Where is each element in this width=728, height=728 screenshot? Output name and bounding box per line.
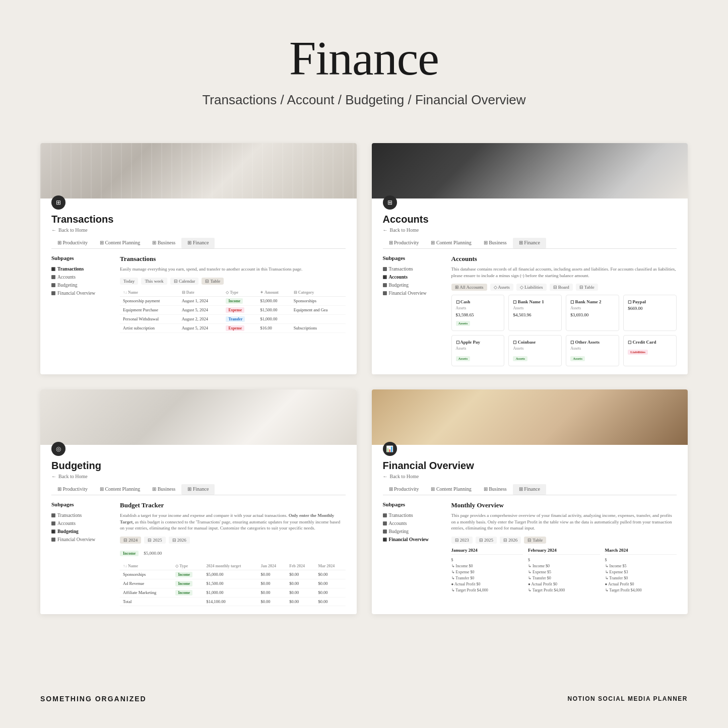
sidebar-financial-acc[interactable]: ⊞ Financial Overview bbox=[383, 289, 443, 297]
budgeting-icon: ◎ bbox=[51, 442, 65, 456]
month-row: ↳ Expense $0 bbox=[451, 569, 523, 575]
filter-table[interactable]: ⊟ Table bbox=[202, 278, 224, 285]
sidebar-budgeting[interactable]: ⊞ Budgeting bbox=[51, 281, 112, 289]
filter-2025[interactable]: ⊟ 2025 bbox=[144, 537, 165, 544]
filter-board[interactable]: ⊟ Board bbox=[550, 284, 573, 291]
bud-cell-type bbox=[172, 597, 203, 606]
account-card: ◻ Other Assets Assets Assets bbox=[566, 335, 619, 366]
sidebar-budgeting-acc[interactable]: ⊞ Budgeting bbox=[383, 281, 443, 289]
accounts-filters: ⊞ All Accounts ◇ Assets ◇ Liabilities ⊟ … bbox=[451, 284, 677, 291]
cell-type: Income bbox=[223, 296, 257, 305]
cell-category: Subscriptions bbox=[291, 323, 346, 333]
footer-brand: SOMETHING ORGANIZED bbox=[40, 695, 147, 703]
month-row: $ bbox=[605, 557, 677, 563]
filter-table-fin[interactable]: ⊟ Table bbox=[524, 537, 546, 544]
sidebar-financial-fin[interactable]: ⊞ Financial Overview bbox=[383, 536, 443, 544]
card-budgeting: ◎ Budgeting ← Back to Home ⊞ Productivit… bbox=[40, 389, 357, 614]
financial-back[interactable]: ← Back to Home bbox=[383, 474, 677, 479]
bud-cell-feb: $0.00 bbox=[286, 570, 315, 579]
account-name: ◻ Apple Pay bbox=[456, 340, 500, 345]
nav-finance-bud[interactable]: ⊞ Finance bbox=[181, 484, 215, 495]
nav-content[interactable]: ⊞ Content Planning bbox=[94, 238, 146, 248]
sidebar-accounts-fin[interactable]: ⊞ Accounts bbox=[383, 519, 443, 527]
account-type: Assets bbox=[513, 346, 557, 351]
col-type: ◇ Type bbox=[223, 289, 257, 297]
month-row: ↳ Target Profit $4,000 bbox=[605, 587, 677, 593]
bud-col-jan: Jan 2024 bbox=[257, 562, 286, 570]
filter-2023[interactable]: ⊟ 2023 bbox=[451, 537, 473, 544]
table-row: Equipment Purchase August 5, 2024 Expens… bbox=[120, 305, 346, 314]
nav-finance-fin[interactable]: ⊞ Finance bbox=[513, 484, 546, 495]
budgeting-back[interactable]: ← Back to Home bbox=[51, 474, 346, 479]
financial-icon: 📊 bbox=[383, 442, 397, 456]
account-type: Assets bbox=[513, 306, 557, 310]
nav-business-fin[interactable]: ⊞ Business bbox=[478, 484, 513, 495]
nav-productivity-bud[interactable]: ⊞ Productivity bbox=[51, 484, 94, 495]
banner-accounts bbox=[372, 143, 688, 198]
cell-amount: $16.00 bbox=[257, 323, 290, 333]
cell-type: Expense bbox=[223, 323, 257, 333]
sidebar-transactions-fin[interactable]: ⊞ Transactions bbox=[383, 511, 443, 519]
month-row: ↳ Target Profit $4,000 bbox=[451, 587, 523, 593]
transactions-back[interactable]: ← Back to Home bbox=[51, 227, 346, 233]
sidebar-accounts[interactable]: ⊞ Accounts bbox=[51, 273, 112, 281]
sidebar-transactions-bud[interactable]: ⊞ Transactions bbox=[51, 511, 112, 519]
filter-2025-fin[interactable]: ⊟ 2025 bbox=[476, 537, 497, 544]
cell-name: Sponsorship payment bbox=[120, 296, 179, 305]
sidebar-financial-bud[interactable]: ⊞ Financial Overview bbox=[51, 536, 112, 544]
month-row: ↳ Target Profit $4,000 bbox=[528, 587, 600, 593]
filter-assets[interactable]: ◇ Assets bbox=[490, 284, 513, 291]
nav-productivity[interactable]: ⊞ Productivity bbox=[51, 238, 94, 248]
nav-productivity-fin[interactable]: ⊞ Productivity bbox=[383, 484, 425, 495]
filter-liabilities[interactable]: ◇ Liabilities bbox=[516, 284, 547, 291]
sidebar-financial-overview[interactable]: ⊞ Financial Overview bbox=[51, 289, 112, 297]
col-date: ⊟ Date bbox=[179, 289, 223, 297]
accounts-sidebar: Subpages ⊞ Transactions ⊞ Accounts ⊞ Bud… bbox=[383, 255, 443, 366]
sidebar-budgeting-fin[interactable]: ⊞ Budgeting bbox=[383, 527, 443, 536]
bud-col-type: ◇ Type bbox=[172, 562, 203, 570]
nav-finance[interactable]: ⊞ Finance bbox=[181, 238, 215, 248]
financial-sidebar: Subpages ⊞ Transactions ⊞ Accounts ⊞ Bud… bbox=[383, 501, 443, 593]
card-accounts: ⊞ Accounts ← Back to Home ⊞ Productivity… bbox=[372, 143, 688, 374]
month-row: ↳ Transfer $0 bbox=[528, 575, 600, 581]
bud-cell-mar: $0.00 bbox=[315, 570, 345, 579]
budgeting-title: Budgeting bbox=[51, 460, 346, 472]
sidebar-accounts-bud[interactable]: ⊞ Accounts bbox=[51, 519, 112, 527]
cell-category bbox=[291, 314, 346, 323]
nav-business-acc[interactable]: ⊞ Business bbox=[478, 238, 513, 248]
nav-content-fin[interactable]: ⊞ Content Planning bbox=[425, 484, 477, 495]
sidebar-budgeting-bud[interactable]: ⊞ Budgeting bbox=[51, 527, 112, 536]
page-subtitle: Transactions / Account / Budgeting / Fin… bbox=[202, 92, 525, 108]
filter-2026[interactable]: ⊟ 2026 bbox=[169, 537, 190, 544]
transactions-sidebar: Subpages ⊞ Transactions ⊞ Accounts ⊞ Bud… bbox=[51, 255, 112, 333]
accounts-back[interactable]: ← Back to Home bbox=[383, 227, 677, 233]
filter-all[interactable]: ⊞ All Accounts bbox=[451, 284, 487, 291]
account-name: ◻ Cash bbox=[456, 299, 500, 304]
bud-cell-mar: $0.00 bbox=[315, 588, 345, 597]
bud-cell-jan: $0.00 bbox=[257, 570, 286, 579]
filter-today[interactable]: Today bbox=[120, 278, 138, 285]
account-amount: $4,503.96 bbox=[513, 312, 557, 317]
nav-content-bud[interactable]: ⊞ Content Planning bbox=[94, 484, 146, 495]
cards-grid: ⊞ Transactions ← Back to Home ⊞ Producti… bbox=[0, 123, 728, 634]
nav-content-acc[interactable]: ⊞ Content Planning bbox=[425, 238, 477, 248]
account-card: ◻ Bank Name 1 Assets $4,503.96 bbox=[508, 295, 562, 331]
filter-calendar[interactable]: ⊟ Calendar bbox=[170, 278, 199, 285]
income-label: Income bbox=[120, 551, 139, 556]
filter-2026-fin[interactable]: ⊟ 2026 bbox=[500, 537, 521, 544]
sidebar-transactions[interactable]: ⊞ Transactions bbox=[51, 265, 112, 273]
nav-business-bud[interactable]: ⊞ Business bbox=[146, 484, 181, 495]
nav-business[interactable]: ⊞ Business bbox=[146, 238, 181, 248]
account-name: ◻ Coinbase bbox=[513, 340, 557, 345]
sidebar-transactions-acc[interactable]: ⊞ Transactions bbox=[383, 265, 443, 273]
filter-2024[interactable]: ⊟ 2024 bbox=[120, 537, 141, 544]
nav-productivity-acc[interactable]: ⊞ Productivity bbox=[383, 238, 425, 248]
nav-finance-acc[interactable]: ⊞ Finance bbox=[513, 238, 546, 248]
budgeting-desc: Establish a target for your income and e… bbox=[120, 512, 346, 532]
bud-cell-feb: $0.00 bbox=[286, 579, 315, 588]
filter-week[interactable]: This week bbox=[141, 278, 167, 285]
filter-table-acc[interactable]: ⊟ Table bbox=[576, 284, 598, 291]
bud-cell-jan: $0.00 bbox=[257, 597, 286, 606]
sidebar-accounts-acc[interactable]: ⊞ Accounts bbox=[383, 273, 443, 281]
cell-type: Transfer bbox=[223, 314, 257, 323]
